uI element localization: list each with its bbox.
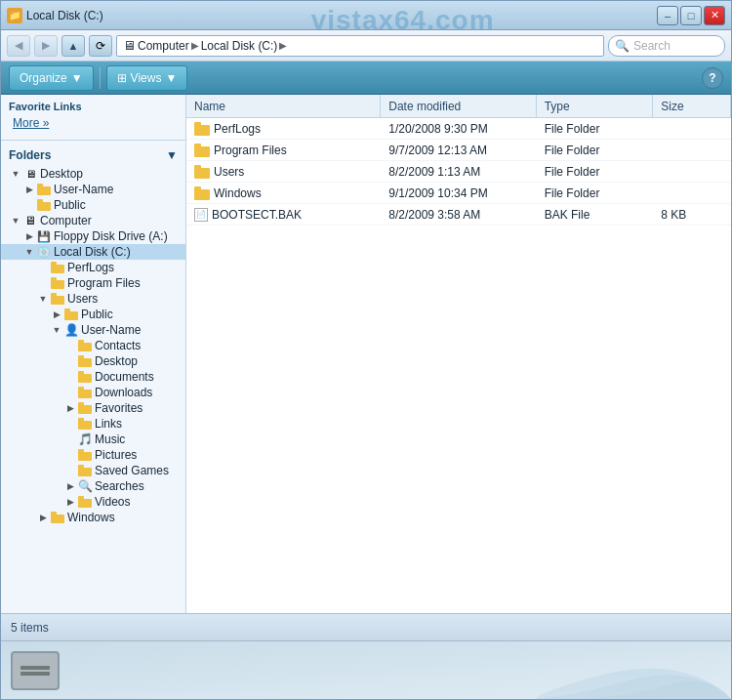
file-size-bootsect: 8 KB bbox=[653, 208, 731, 222]
folder-icon-contacts bbox=[77, 339, 93, 352]
tree-item-videos[interactable]: ▶ Videos bbox=[1, 494, 185, 510]
tree-item-users[interactable]: ▼ Users bbox=[1, 291, 185, 307]
tree-item-music[interactable]: 🎵 Music bbox=[1, 432, 185, 447]
tree-item-username2[interactable]: ▼ 👤 User-Name bbox=[1, 322, 185, 338]
tree-label-username2: User-Name bbox=[79, 323, 141, 337]
hdd-icon bbox=[11, 651, 60, 690]
tree-item-perflogs[interactable]: PerfLogs bbox=[1, 260, 185, 275]
up-button[interactable]: ▲ bbox=[61, 35, 85, 57]
close-button[interactable]: ✕ bbox=[704, 6, 725, 25]
titlebar-icon: 📁 bbox=[7, 8, 22, 23]
expander-floppy: ▶ bbox=[22, 229, 36, 243]
tree-item-documents[interactable]: Documents bbox=[1, 369, 185, 385]
organize-label: Organize bbox=[20, 71, 67, 85]
help-button[interactable]: ? bbox=[702, 67, 723, 89]
organize-button[interactable]: Organize ▼ bbox=[9, 65, 94, 91]
toolbar-separator bbox=[100, 67, 101, 89]
back-button[interactable]: ◀ bbox=[7, 35, 30, 57]
views-button[interactable]: ⊞ Views ▼ bbox=[106, 65, 188, 91]
item-count: 5 items bbox=[11, 621, 49, 635]
expander-localc: ▼ bbox=[22, 245, 36, 259]
tree-label-contacts: Contacts bbox=[93, 339, 141, 352]
tree-item-windows[interactable]: ▶ Windows bbox=[1, 510, 185, 525]
more-link[interactable]: More » bbox=[1, 114, 185, 136]
file-date-perflogs: 1/20/2008 9:30 PM bbox=[381, 122, 536, 136]
expander-downloads bbox=[63, 386, 77, 399]
col-header-date[interactable]: Date modified bbox=[381, 95, 536, 117]
tree-label-perflogs: PerfLogs bbox=[65, 261, 114, 274]
tree-item-programfiles[interactable]: Program Files bbox=[1, 275, 185, 291]
folder-icon-pictures bbox=[77, 448, 93, 462]
search-placeholder: Search bbox=[633, 39, 671, 53]
sidebar-divider-1 bbox=[1, 140, 185, 141]
table-row[interactable]: 📄 BOOTSECT.BAK 8/2/2009 3:58 AM BAK File… bbox=[186, 204, 731, 226]
file-date-users: 8/2/2009 1:13 AM bbox=[381, 165, 536, 179]
expander-programfiles bbox=[36, 276, 50, 290]
tree-item-public[interactable]: Public bbox=[1, 197, 185, 213]
expander-public2: ▶ bbox=[50, 308, 63, 321]
expander-username2: ▼ bbox=[50, 323, 63, 337]
tree-label-public2: Public bbox=[79, 308, 113, 321]
table-row[interactable]: PerfLogs 1/20/2008 9:30 PM File Folder bbox=[186, 118, 731, 140]
expander-searches: ▶ bbox=[63, 479, 77, 493]
folder-icon-row-windows bbox=[194, 186, 210, 200]
minimize-button[interactable]: – bbox=[657, 6, 678, 25]
table-row[interactable]: Users 8/2/2009 1:13 AM File Folder bbox=[186, 161, 731, 183]
tree-item-desktop2[interactable]: Desktop bbox=[1, 353, 185, 369]
folders-title: Folders bbox=[9, 148, 51, 162]
tree-label-pictures: Pictures bbox=[93, 448, 137, 462]
folder-icon-users bbox=[50, 292, 65, 306]
tree-label-favorites: Favorites bbox=[93, 401, 142, 415]
titlebar-title: Local Disk (C:) bbox=[26, 9, 103, 22]
views-label: Views bbox=[131, 71, 162, 85]
folder-icon-favorites bbox=[77, 401, 93, 415]
tree-item-savedgames[interactable]: Saved Games bbox=[1, 463, 185, 478]
tree-label-desktop2: Desktop bbox=[93, 354, 138, 368]
search-icon: 🔍 bbox=[615, 39, 630, 53]
tree-item-localc[interactable]: ▼ 💿 Local Disk (C:) bbox=[1, 244, 185, 260]
tree-item-computer[interactable]: ▼ 🖥 Computer bbox=[1, 213, 185, 228]
search-box[interactable]: 🔍 Search bbox=[608, 35, 725, 57]
col-header-name[interactable]: Name bbox=[186, 95, 381, 117]
tree-item-searches[interactable]: ▶ 🔍 Searches bbox=[1, 478, 185, 494]
tree-item-contacts[interactable]: Contacts bbox=[1, 338, 185, 353]
path-computer: Computer bbox=[138, 39, 189, 53]
hdd-disk-1 bbox=[20, 666, 50, 670]
address-path[interactable]: 🖥 Computer ▶ Local Disk (C:) ▶ bbox=[116, 35, 604, 57]
expander-links bbox=[63, 417, 77, 431]
computer-icon: 🖥 bbox=[22, 214, 38, 227]
file-type-windows: File Folder bbox=[537, 186, 654, 200]
file-name-programfiles: Program Files bbox=[186, 144, 381, 157]
folder-icon-public2 bbox=[63, 308, 79, 321]
expander-music bbox=[63, 432, 77, 446]
path-sep-1: ▶ bbox=[191, 40, 199, 51]
file-type-users: File Folder bbox=[537, 165, 654, 179]
file-name-perflogs: PerfLogs bbox=[186, 122, 381, 136]
tree-label-computer: Computer bbox=[38, 214, 92, 227]
col-header-type[interactable]: Type bbox=[537, 95, 654, 117]
tree-item-floppy[interactable]: ▶ 💾 Floppy Disk Drive (A:) bbox=[1, 228, 185, 244]
tree-item-links[interactable]: Links bbox=[1, 416, 185, 432]
folders-header[interactable]: Folders ▼ bbox=[1, 144, 185, 166]
desktop-icon: 🖥 bbox=[22, 167, 38, 181]
tree-item-downloads[interactable]: Downloads bbox=[1, 385, 185, 400]
tree-label-savedgames: Saved Games bbox=[93, 464, 169, 477]
tree-item-favorites[interactable]: ▶ Favorites bbox=[1, 400, 185, 416]
tree-item-public2[interactable]: ▶ Public bbox=[1, 307, 185, 322]
forward-button[interactable]: ▶ bbox=[34, 35, 58, 57]
refresh-button[interactable]: ⟳ bbox=[89, 35, 112, 57]
expander-pictures bbox=[63, 448, 77, 462]
col-header-size[interactable]: Size bbox=[653, 95, 731, 117]
path-sep-2: ▶ bbox=[279, 40, 287, 51]
tree-item-username[interactable]: ▶ User-Name bbox=[1, 182, 185, 197]
tree-item-desktop[interactable]: ▼ 🖥 Desktop bbox=[1, 166, 185, 182]
table-row[interactable]: Program Files 9/7/2009 12:13 AM File Fol… bbox=[186, 140, 731, 161]
table-row[interactable]: Windows 9/1/2009 10:34 PM File Folder bbox=[186, 183, 731, 204]
folder-icon-searches: 🔍 bbox=[77, 479, 93, 493]
folders-chevron-icon: ▼ bbox=[166, 148, 178, 162]
tree-label-users: Users bbox=[65, 292, 98, 306]
tree-item-pictures[interactable]: Pictures bbox=[1, 447, 185, 463]
expander-favorites: ▶ bbox=[63, 401, 77, 415]
file-name-windows: Windows bbox=[186, 186, 381, 200]
maximize-button[interactable]: □ bbox=[680, 6, 702, 25]
